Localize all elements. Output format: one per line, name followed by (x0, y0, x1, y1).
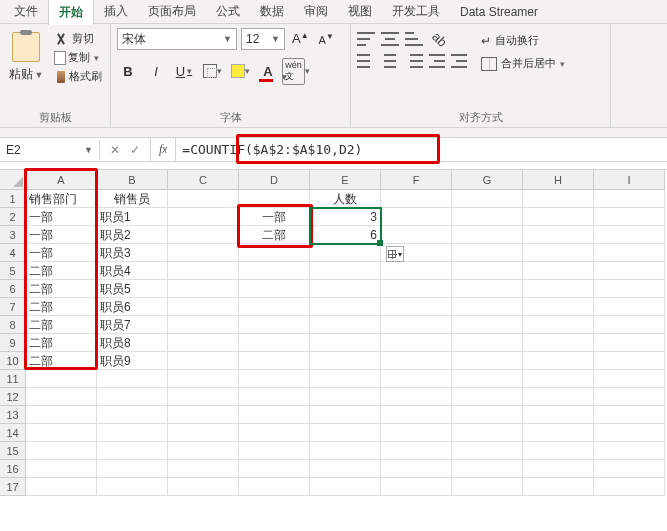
tab-formulas[interactable]: 公式 (206, 0, 250, 24)
cell[interactable] (594, 334, 665, 352)
increase-indent-button[interactable] (451, 54, 467, 68)
row-header[interactable]: 11 (0, 370, 26, 388)
cell[interactable] (239, 280, 310, 298)
cell[interactable] (310, 388, 381, 406)
row-header[interactable]: 7 (0, 298, 26, 316)
cell[interactable] (452, 460, 523, 478)
row-header[interactable]: 12 (0, 388, 26, 406)
row-header[interactable]: 2 (0, 208, 26, 226)
cancel-formula-button[interactable]: ✕ (110, 143, 120, 157)
cell[interactable] (168, 316, 239, 334)
cell[interactable]: 职员1 (97, 208, 168, 226)
cell[interactable] (523, 262, 594, 280)
increase-font-button[interactable]: A▲ (289, 31, 312, 46)
cell[interactable] (381, 406, 452, 424)
cell[interactable] (310, 370, 381, 388)
cell[interactable] (452, 208, 523, 226)
cell[interactable] (97, 370, 168, 388)
cell[interactable] (310, 478, 381, 496)
cell[interactable] (239, 424, 310, 442)
tab-developer[interactable]: 开发工具 (382, 0, 450, 24)
cell[interactable] (97, 442, 168, 460)
cell[interactable] (168, 424, 239, 442)
cell[interactable] (594, 190, 665, 208)
row-header[interactable]: 3 (0, 226, 26, 244)
cell[interactable] (452, 388, 523, 406)
cell[interactable] (523, 298, 594, 316)
spreadsheet-grid[interactable]: 1234567891011121314151617 ABCDEFGHI 销售部门… (0, 170, 667, 496)
cell[interactable] (594, 442, 665, 460)
column-header[interactable]: F (381, 170, 452, 190)
cell[interactable]: 二部 (239, 226, 310, 244)
cell[interactable]: 二部 (26, 280, 97, 298)
align-right-button[interactable] (405, 54, 423, 68)
cell[interactable] (452, 226, 523, 244)
cell[interactable] (168, 226, 239, 244)
merge-center-button[interactable]: 合并后居中▾ (479, 55, 567, 72)
cell[interactable] (523, 190, 594, 208)
cell[interactable] (381, 460, 452, 478)
cell[interactable] (523, 478, 594, 496)
cell[interactable] (594, 208, 665, 226)
cell[interactable] (26, 388, 97, 406)
cell[interactable] (97, 460, 168, 478)
cell[interactable] (381, 298, 452, 316)
cell[interactable] (239, 478, 310, 496)
cell[interactable] (168, 280, 239, 298)
decrease-font-button[interactable]: A▼ (316, 32, 337, 46)
cell[interactable]: 职员3 (97, 244, 168, 262)
cell[interactable] (310, 352, 381, 370)
border-button[interactable]: ▾ (201, 60, 223, 82)
row-header[interactable]: 5 (0, 262, 26, 280)
cell[interactable] (168, 244, 239, 262)
cell[interactable] (523, 388, 594, 406)
cell[interactable] (594, 478, 665, 496)
cell[interactable]: 职员7 (97, 316, 168, 334)
cell[interactable]: 职员8 (97, 334, 168, 352)
paste-button[interactable]: 粘贴▼ (6, 28, 46, 83)
cell[interactable]: 二部 (26, 352, 97, 370)
cell[interactable] (523, 334, 594, 352)
row-header[interactable]: 6 (0, 280, 26, 298)
decrease-indent-button[interactable] (429, 54, 445, 68)
cell[interactable] (523, 370, 594, 388)
cell[interactable] (381, 370, 452, 388)
cell[interactable]: 职员2 (97, 226, 168, 244)
cell[interactable]: 销售员 (97, 190, 168, 208)
format-painter-button[interactable]: 格式刷 (52, 68, 104, 85)
cell[interactable] (310, 424, 381, 442)
column-header[interactable]: A (26, 170, 97, 190)
copy-button[interactable]: 复制▾ (52, 49, 104, 66)
bold-button[interactable]: B (117, 60, 139, 82)
cell[interactable] (452, 406, 523, 424)
cell[interactable] (523, 244, 594, 262)
cell[interactable] (523, 208, 594, 226)
cell[interactable] (239, 244, 310, 262)
cell[interactable] (452, 316, 523, 334)
cell[interactable] (452, 262, 523, 280)
cells-area[interactable]: 销售部门销售员人数一部职员1一部3一部职员2二部6一部职员3二部职员4二部职员5… (26, 190, 665, 496)
wrap-text-button[interactable]: 自动换行 (479, 32, 567, 49)
cell[interactable] (523, 352, 594, 370)
cell[interactable] (452, 370, 523, 388)
cell[interactable]: 职员4 (97, 262, 168, 280)
cell[interactable] (26, 478, 97, 496)
cell[interactable]: 一部 (239, 208, 310, 226)
italic-button[interactable]: I (145, 60, 167, 82)
tab-data[interactable]: 数据 (250, 0, 294, 24)
column-header[interactable]: E (310, 170, 381, 190)
cell[interactable] (594, 352, 665, 370)
cell[interactable] (523, 442, 594, 460)
column-header[interactable]: I (594, 170, 665, 190)
cell[interactable] (381, 280, 452, 298)
row-header[interactable]: 8 (0, 316, 26, 334)
cell[interactable] (523, 280, 594, 298)
cell[interactable] (381, 334, 452, 352)
cell[interactable] (168, 370, 239, 388)
cell[interactable] (594, 388, 665, 406)
cell[interactable] (381, 424, 452, 442)
cell[interactable] (594, 298, 665, 316)
autofill-options-button[interactable] (386, 246, 404, 262)
cell[interactable] (452, 190, 523, 208)
cell[interactable]: 职员6 (97, 298, 168, 316)
